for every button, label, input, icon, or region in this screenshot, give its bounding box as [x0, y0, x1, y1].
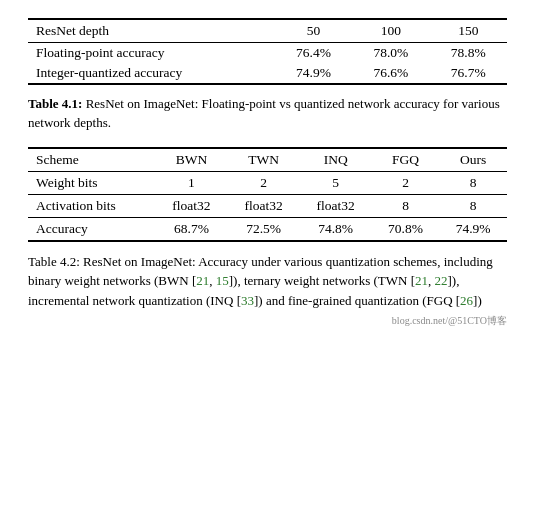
cite-33[interactable]: 33	[241, 293, 254, 308]
col-header-bwn: BWN	[155, 148, 227, 172]
table-row: Integer-quantized accuracy 74.9% 76.6% 7…	[28, 63, 507, 84]
col-header-ours: Ours	[439, 148, 507, 172]
cell: 76.4%	[275, 43, 352, 64]
col-header-scheme: Scheme	[28, 148, 155, 172]
caption42-text5: ])	[473, 293, 482, 308]
cite-26[interactable]: 26	[460, 293, 473, 308]
cell: 76.7%	[430, 63, 507, 84]
col-header-inq: INQ	[300, 148, 372, 172]
table41-container: ResNet depth 50 100 150 Floating-point a…	[28, 18, 507, 85]
cell: 2	[228, 171, 300, 194]
table42: Scheme BWN TWN INQ FGQ Ours Weight bits …	[28, 147, 507, 242]
table-row: Accuracy 68.7% 72.5% 74.8% 70.8% 74.9%	[28, 217, 507, 241]
cell: float32	[300, 194, 372, 217]
cell: 76.6%	[352, 63, 429, 84]
table42-container: Scheme BWN TWN INQ FGQ Ours Weight bits …	[28, 147, 507, 242]
cell: float32	[155, 194, 227, 217]
cell-accuracy-label: Accuracy	[28, 217, 155, 241]
cell: 78.8%	[430, 43, 507, 64]
watermark: blog.csdn.net/@51CTO博客	[28, 314, 507, 328]
cell: 8	[439, 171, 507, 194]
cell: Floating-point accuracy	[28, 43, 275, 64]
cell: 78.0%	[352, 43, 429, 64]
cite-21a[interactable]: 21	[196, 273, 209, 288]
cell: Integer-quantized accuracy	[28, 63, 275, 84]
cell: 74.9%	[439, 217, 507, 241]
cell-weight-bits-label: Weight bits	[28, 171, 155, 194]
table41: ResNet depth 50 100 150 Floating-point a…	[28, 18, 507, 85]
col-header-100: 100	[352, 19, 429, 43]
caption41: Table 4.1: ResNet on ImageNet: Floating-…	[28, 95, 507, 133]
cell-activation-bits-label: Activation bits	[28, 194, 155, 217]
caption42-text2: ]), ternary weight networks (TWN [	[229, 273, 415, 288]
cell: 74.8%	[300, 217, 372, 241]
col-header-fgq: FGQ	[372, 148, 440, 172]
cite-21b[interactable]: 21	[415, 273, 428, 288]
cell: 72.5%	[228, 217, 300, 241]
cell: 1	[155, 171, 227, 194]
col-header-resnet-depth: ResNet depth	[28, 19, 275, 43]
table-row: Floating-point accuracy 76.4% 78.0% 78.8…	[28, 43, 507, 64]
col-header-50: 50	[275, 19, 352, 43]
cell: 5	[300, 171, 372, 194]
cite-15[interactable]: 15	[216, 273, 229, 288]
col-header-twn: TWN	[228, 148, 300, 172]
cell: float32	[228, 194, 300, 217]
table-row: Activation bits float32 float32 float32 …	[28, 194, 507, 217]
caption41-label: Table 4.1:	[28, 96, 82, 111]
cell: 70.8%	[372, 217, 440, 241]
cell: 68.7%	[155, 217, 227, 241]
cell: 8	[372, 194, 440, 217]
cite-22[interactable]: 22	[435, 273, 448, 288]
caption42-label: Table 4.2:	[28, 254, 80, 269]
cell: 8	[439, 194, 507, 217]
cell: 2	[372, 171, 440, 194]
caption42-text4: ]) and fine-grained quantization (FGQ [	[254, 293, 460, 308]
caption41-text: ResNet on ImageNet: Floating-point vs qu…	[28, 96, 500, 130]
cell: 74.9%	[275, 63, 352, 84]
table-row: Weight bits 1 2 5 2 8	[28, 171, 507, 194]
col-header-150: 150	[430, 19, 507, 43]
caption42: Table 4.2: ResNet on ImageNet: Accuracy …	[28, 252, 507, 311]
